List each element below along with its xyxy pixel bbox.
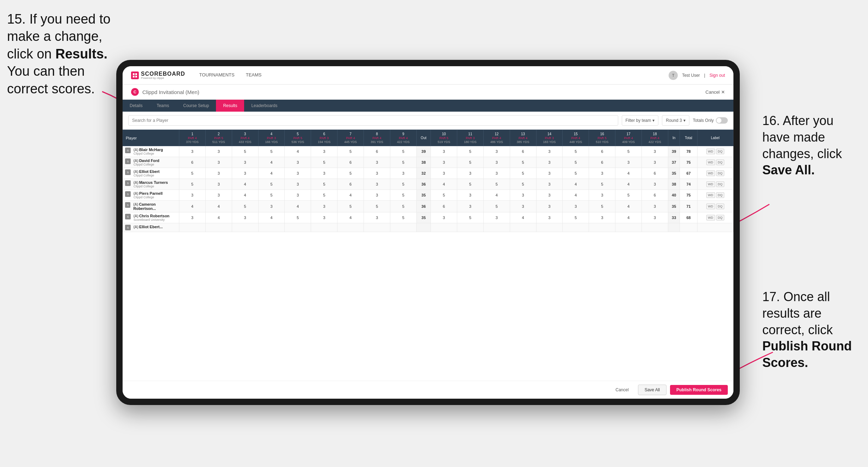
hole-13-score[interactable]: 5 [510, 168, 536, 179]
hole-7-score[interactable]: 4 [337, 212, 364, 223]
hole-16-score[interactable]: 5 [589, 201, 615, 212]
hole-17-score[interactable]: 3 [615, 157, 642, 168]
search-input[interactable] [128, 115, 618, 126]
hole-4-score[interactable]: 4 [258, 212, 285, 223]
hole-6-score[interactable]: 3 [311, 201, 337, 212]
hole-6-score[interactable]: 5 [311, 157, 337, 168]
hole-1-score[interactable]: 3 [179, 212, 206, 223]
hole-5-score[interactable] [285, 223, 311, 232]
hole-10-score[interactable]: 5 [431, 190, 457, 201]
hole-14-score[interactable]: 3 [536, 157, 563, 168]
hole-14-score[interactable] [536, 223, 563, 232]
hole-4-score[interactable]: 5 [258, 190, 285, 201]
hole-4-score[interactable]: 3 [258, 201, 285, 212]
hole-3-score[interactable]: 4 [232, 190, 258, 201]
hole-5-score[interactable]: 4 [285, 201, 311, 212]
hole-1-score[interactable]: 6 [179, 157, 206, 168]
dq-btn[interactable]: DQ [716, 215, 725, 220]
hole-1-score[interactable]: 4 [179, 201, 206, 212]
save-all-btn[interactable]: Save All [638, 385, 666, 395]
hole-6-score[interactable]: 3 [311, 168, 337, 179]
hole-5-score[interactable]: 4 [285, 146, 311, 157]
hole-11-score[interactable] [457, 223, 483, 232]
hole-12-score[interactable]: 3 [483, 157, 510, 168]
hole-7-score[interactable]: 4 [337, 190, 364, 201]
hole-10-score[interactable] [431, 223, 457, 232]
hole-2-score[interactable] [205, 223, 232, 232]
hole-3-score[interactable]: 4 [232, 179, 258, 190]
hole-1-score[interactable]: 3 [179, 190, 206, 201]
hole-17-score[interactable] [615, 223, 642, 232]
hole-2-score[interactable]: 3 [205, 157, 232, 168]
hole-7-score[interactable] [337, 223, 364, 232]
hole-15-score[interactable] [563, 223, 589, 232]
hole-7-score[interactable]: 5 [337, 146, 364, 157]
hole-2-score[interactable]: 3 [205, 168, 232, 179]
hole-8-score[interactable]: 3 [364, 168, 390, 179]
totals-only-toggle[interactable] [716, 117, 728, 124]
hole-8-score[interactable]: 3 [364, 157, 390, 168]
hole-15-score[interactable]: 5 [563, 157, 589, 168]
tab-leaderboards[interactable]: Leaderboards [244, 100, 284, 112]
tab-results[interactable]: Results [216, 100, 244, 112]
hole-12-score[interactable]: 4 [483, 190, 510, 201]
hole-10-score[interactable]: 6 [431, 201, 457, 212]
hole-15-score[interactable]: 3 [563, 201, 589, 212]
hole-3-score[interactable]: 3 [232, 212, 258, 223]
hole-13-score[interactable]: 5 [510, 179, 536, 190]
hole-4-score[interactable]: 4 [258, 168, 285, 179]
hole-18-score[interactable]: 3 [642, 146, 668, 157]
hole-4-score[interactable]: 5 [258, 146, 285, 157]
nav-tournaments[interactable]: TOURNAMENTS [199, 71, 235, 80]
hole-6-score[interactable]: 3 [311, 212, 337, 223]
wd-btn[interactable]: WD [706, 204, 715, 209]
hole-6-score[interactable]: 3 [311, 146, 337, 157]
hole-1-score[interactable] [179, 223, 206, 232]
hole-16-score[interactable]: 3 [589, 212, 615, 223]
hole-16-score[interactable]: 5 [589, 179, 615, 190]
hole-9-score[interactable]: 5 [390, 146, 416, 157]
dq-btn[interactable]: DQ [716, 170, 725, 176]
hole-12-score[interactable]: 5 [483, 179, 510, 190]
hole-8-score[interactable]: 5 [364, 201, 390, 212]
hole-5-score[interactable]: 5 [285, 212, 311, 223]
dq-btn[interactable]: DQ [716, 192, 725, 198]
hole-15-score[interactable]: 4 [563, 190, 589, 201]
hole-8-score[interactable]: 3 [364, 179, 390, 190]
dq-btn[interactable]: DQ [716, 149, 725, 154]
hole-13-score[interactable]: 5 [510, 157, 536, 168]
hole-5-score[interactable]: 3 [285, 190, 311, 201]
wd-btn[interactable]: WD [706, 160, 715, 165]
hole-2-score[interactable]: 3 [205, 146, 232, 157]
hole-10-score[interactable]: 3 [431, 212, 457, 223]
hole-9-score[interactable]: 5 [390, 201, 416, 212]
hole-5-score[interactable]: 3 [285, 179, 311, 190]
hole-12-score[interactable]: 5 [483, 201, 510, 212]
hole-17-score[interactable]: 4 [615, 212, 642, 223]
hole-5-score[interactable]: 3 [285, 157, 311, 168]
hole-13-score[interactable]: 3 [510, 201, 536, 212]
hole-4-score[interactable]: 5 [258, 179, 285, 190]
hole-12-score[interactable]: 3 [483, 212, 510, 223]
hole-18-score[interactable]: 3 [642, 157, 668, 168]
hole-6-score[interactable]: 5 [311, 190, 337, 201]
hole-6-score[interactable] [311, 223, 337, 232]
tab-teams[interactable]: Teams [150, 100, 176, 112]
hole-9-score[interactable]: 3 [390, 168, 416, 179]
hole-1-score[interactable]: 3 [179, 146, 206, 157]
hole-11-score[interactable]: 3 [457, 190, 483, 201]
hole-11-score[interactable]: 3 [457, 168, 483, 179]
tab-course-setup[interactable]: Course Setup [176, 100, 216, 112]
dq-btn[interactable]: DQ [716, 204, 725, 209]
hole-18-score[interactable] [642, 223, 668, 232]
hole-18-score[interactable]: 6 [642, 168, 668, 179]
wd-btn[interactable]: WD [706, 181, 715, 187]
dq-btn[interactable]: DQ [716, 160, 725, 165]
hole-16-score[interactable]: 6 [589, 157, 615, 168]
hole-18-score[interactable]: 6 [642, 190, 668, 201]
hole-17-score[interactable]: 4 [615, 179, 642, 190]
hole-14-score[interactable]: 3 [536, 179, 563, 190]
wd-btn[interactable]: WD [706, 170, 715, 176]
hole-4-score[interactable]: 4 [258, 157, 285, 168]
hole-8-score[interactable]: 3 [364, 190, 390, 201]
